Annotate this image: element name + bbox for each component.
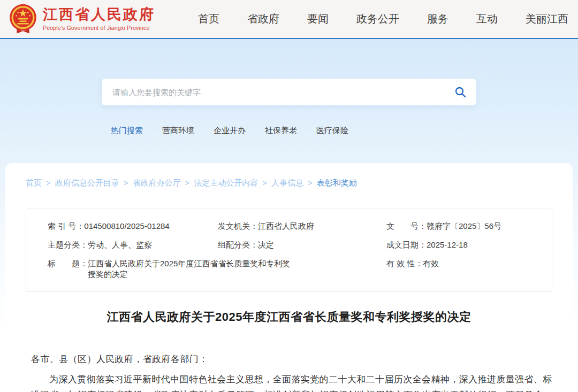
- meta-issuer-value: 江西省人民政府: [258, 221, 314, 232]
- meta-index-label: 索 引 号：: [48, 221, 84, 232]
- breadcrumb-item-home[interactable]: 首页: [26, 178, 42, 188]
- hot-search-item-medical-insurance[interactable]: 医疗保险: [316, 126, 348, 136]
- meta-title-value: 江西省人民政府关于2025年度江西省省长质量奖和专利奖授奖的决定: [88, 258, 292, 280]
- document-body-paragraph: 为深入贯彻落实习近平新时代中国特色社会主义思想，全面落实党的二十大和二十届历次全…: [31, 372, 552, 392]
- site-brand[interactable]: 江西省人民政府 People's Government of Jiangxi P…: [9, 4, 155, 35]
- breadcrumb-separator: >: [262, 178, 267, 188]
- meta-doc-no-label: 文 号：: [386, 221, 427, 232]
- breadcrumb-separator: >: [46, 178, 51, 188]
- national-emblem-icon: [9, 4, 37, 35]
- meta-group-category: 组配分类： 决定: [218, 240, 386, 250]
- meta-issuer-label: 发文机关：: [218, 221, 258, 232]
- nav-item-interaction[interactable]: 互动: [476, 12, 498, 26]
- breadcrumb-separator: >: [185, 178, 190, 188]
- search-input[interactable]: [102, 79, 476, 105]
- nav-item-services[interactable]: 服务: [427, 12, 448, 26]
- meta-topic-label: 主题分类：: [48, 240, 88, 250]
- hot-search-row: 热门搜索 营商环境 企业开办 社保养老 医疗保险: [102, 126, 476, 136]
- nav-item-government-affairs[interactable]: 政务公开: [356, 12, 399, 26]
- meta-date-value: 2025-12-18: [427, 240, 468, 250]
- breadcrumb-separator: >: [124, 178, 128, 188]
- site-header: 江西省人民政府 People's Government of Jiangxi P…: [0, 0, 578, 39]
- search-icon[interactable]: [454, 86, 467, 98]
- search-banner: 热门搜索 营商环境 企业开办 社保养老 医疗保险: [0, 39, 578, 163]
- breadcrumb-item-info-directory[interactable]: 政府信息公开目录: [55, 178, 119, 188]
- content-card: 首页 > 政府信息公开目录 > 省政府办公厅 > 法定主动公开内容 > 人事信息…: [5, 163, 573, 391]
- meta-topic-category: 主题分类： 劳动、人事、监察: [48, 240, 218, 250]
- meta-document-number: 文 号： 赣府字〔2025〕56号: [386, 221, 541, 232]
- meta-doc-no-value: 赣府字〔2025〕56号: [427, 221, 501, 232]
- site-brand-text: 江西省人民政府 People's Government of Jiangxi P…: [43, 7, 155, 31]
- breadcrumb-item-statutory-disclosure[interactable]: 法定主动公开内容: [194, 178, 258, 188]
- breadcrumb-item-personnel-info[interactable]: 人事信息: [271, 178, 303, 188]
- search-box: [102, 79, 476, 105]
- doc-meta-table: 索 引 号： 014500810/2025-01284 发文机关： 江西省人民政…: [26, 209, 552, 292]
- page-body: 热门搜索 营商环境 企业开办 社保养老 医疗保险 首页 > 政府信息公开目录 >…: [0, 39, 578, 391]
- document-title: 江西省人民政府关于2025年度江西省省长质量奖和专利奖授奖的决定: [26, 309, 552, 325]
- meta-validity: 有 效 性： 有效: [386, 258, 541, 280]
- nav-item-beautiful-jiangxi[interactable]: 美丽江西: [526, 12, 568, 26]
- site-title: 江西省人民政府: [43, 7, 155, 23]
- nav-item-home[interactable]: 首页: [198, 12, 219, 26]
- meta-document-title: 标 题： 江西省人民政府关于2025年度江西省省长质量奖和专利奖授奖的决定: [48, 258, 386, 280]
- meta-date-label: 成文日期：: [386, 240, 427, 250]
- hot-search-item-enterprise-setup[interactable]: 企业开办: [214, 126, 246, 136]
- site-subtitle: People's Government of Jiangxi Province: [43, 25, 155, 31]
- breadcrumb-separator: >: [308, 178, 313, 188]
- nav-item-provincial-government[interactable]: 省政府: [247, 12, 279, 26]
- breadcrumb-current-commendation: 表彰和奖励: [317, 178, 357, 188]
- meta-validity-value: 有效: [423, 258, 439, 269]
- breadcrumb: 首页 > 政府信息公开目录 > 省政府办公厅 > 法定主动公开内容 > 人事信息…: [26, 178, 552, 188]
- meta-validity-label: 有 效 性：: [386, 258, 423, 269]
- hot-search-item-social-security[interactable]: 社保养老: [265, 126, 297, 136]
- meta-group-value: 决定: [258, 240, 274, 250]
- meta-index-number: 索 引 号： 014500810/2025-01284: [48, 221, 218, 232]
- document-salutation: 各市、县（区）人民政府，省政府各部门：: [31, 353, 552, 365]
- meta-topic-value: 劳动、人事、监察: [88, 240, 152, 250]
- nav-item-news[interactable]: 要闻: [307, 12, 329, 26]
- breadcrumb-item-general-office[interactable]: 省政府办公厅: [133, 178, 181, 188]
- meta-group-label: 组配分类：: [218, 240, 258, 250]
- hot-search-item-business-environment[interactable]: 营商环境: [162, 126, 194, 136]
- meta-issuing-agency: 发文机关： 江西省人民政府: [218, 221, 386, 232]
- hot-search-label[interactable]: 热门搜索: [111, 126, 143, 136]
- meta-index-value: 014500810/2025-01284: [84, 221, 169, 232]
- meta-written-date: 成文日期： 2025-12-18: [386, 240, 541, 250]
- meta-title-label: 标 题：: [48, 258, 88, 269]
- top-nav: 首页 省政府 要闻 政务公开 服务 互动 美丽江西: [198, 12, 573, 26]
